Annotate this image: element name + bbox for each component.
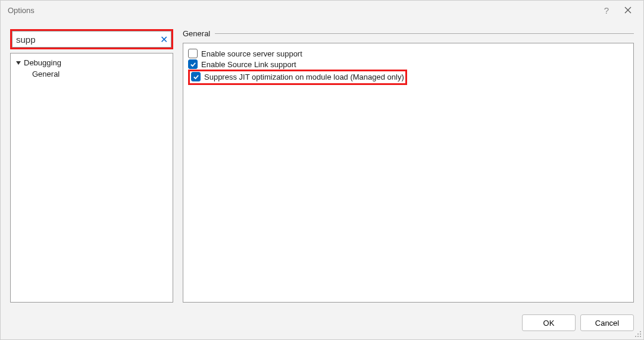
titlebar: Options ? — [1, 1, 643, 20]
option-label: Suppress JIT optimization on module load… — [204, 73, 404, 81]
resize-grip-icon[interactable] — [633, 329, 642, 338]
section-header: General — [183, 29, 634, 38]
checkbox-icon[interactable] — [188, 49, 198, 58]
search-input[interactable] — [12, 31, 171, 48]
section-heading-text: General — [183, 29, 210, 38]
left-pane: ✕ Debugging General — [10, 29, 173, 303]
content-area: ✕ Debugging General General — [1, 20, 643, 307]
right-pane: General Enable source server support Ena… — [183, 29, 634, 303]
options-panel: Enable source server support Enable Sour… — [183, 43, 634, 303]
option-label: Enable Source Link support — [201, 60, 296, 69]
svg-point-4 — [640, 333, 641, 335]
option-enable-source-link[interactable]: Enable Source Link support — [188, 59, 629, 70]
window-title: Options — [8, 6, 596, 15]
svg-point-7 — [640, 336, 641, 337]
section-divider — [215, 33, 634, 34]
checkbox-icon[interactable] — [191, 72, 201, 81]
category-tree[interactable]: Debugging General — [10, 53, 173, 303]
expand-arrow-icon — [15, 60, 21, 66]
close-button[interactable] — [617, 2, 639, 18]
svg-point-3 — [637, 333, 639, 335]
search-highlight: ✕ — [10, 29, 173, 49]
help-button[interactable]: ? — [596, 2, 617, 18]
tree-item-general[interactable]: General — [12, 68, 171, 80]
tree-label: General — [32, 70, 60, 78]
tree-label: Debugging — [24, 58, 61, 67]
checkbox-icon[interactable] — [188, 59, 198, 69]
cancel-button[interactable]: Cancel — [580, 314, 634, 331]
option-suppress-jit-highlight: Suppress JIT optimization on module load… — [188, 70, 407, 85]
option-label: Enable source server support — [201, 49, 302, 58]
ok-button[interactable]: OK — [522, 314, 576, 331]
svg-point-2 — [640, 331, 641, 332]
svg-point-6 — [637, 336, 639, 337]
svg-point-5 — [635, 336, 636, 337]
clear-search-icon[interactable]: ✕ — [160, 34, 168, 45]
options-dialog: Options ? ✕ Debugging — [0, 0, 644, 340]
option-enable-source-server[interactable]: Enable source server support — [188, 48, 629, 59]
tree-item-debugging[interactable]: Debugging — [12, 57, 171, 68]
dialog-footer: OK Cancel — [1, 307, 643, 339]
close-icon — [624, 7, 632, 14]
